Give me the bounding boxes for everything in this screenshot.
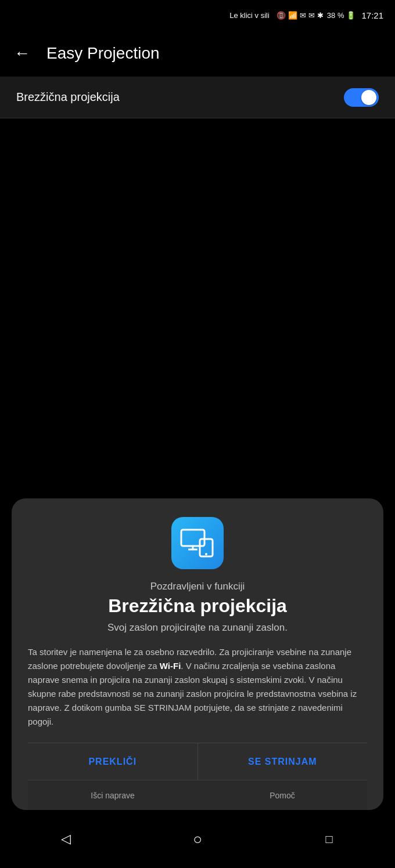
status-left-text: Le klici v sili bbox=[229, 11, 270, 20]
mail2-icon: ✉ bbox=[308, 11, 315, 20]
confirm-button[interactable]: SE STRINJAM bbox=[198, 743, 368, 780]
tab-help[interactable]: Pomoč bbox=[198, 780, 367, 810]
app-icon-wrap bbox=[28, 517, 367, 569]
toggle-knob bbox=[361, 90, 376, 105]
dialog-title: Brezžična projekcija bbox=[28, 596, 367, 616]
dialog-subtitle: Pozdravljeni v funkciji bbox=[28, 581, 367, 592]
wireless-projection-toggle[interactable] bbox=[344, 88, 379, 107]
nav-home-icon: ○ bbox=[193, 830, 202, 848]
nav-back-icon: ◁ bbox=[61, 831, 71, 847]
back-arrow-icon: ← bbox=[14, 45, 30, 62]
projection-icon-svg bbox=[180, 529, 215, 558]
nav-home-button[interactable]: ○ bbox=[180, 822, 215, 856]
back-button[interactable]: ← bbox=[9, 41, 35, 66]
wifi-icon: 📶 bbox=[288, 11, 297, 20]
svg-rect-0 bbox=[181, 530, 204, 546]
page-title: Easy Projection bbox=[46, 44, 386, 63]
bluetooth-icon: ✱ bbox=[317, 11, 324, 20]
cancel-button[interactable]: PREKLIČI bbox=[28, 743, 198, 780]
nav-recent-icon: □ bbox=[326, 833, 333, 846]
mail-icon: ✉ bbox=[300, 11, 306, 20]
status-bar: Le klici v sili 📵 📶 ✉ ✉ ✱ 38 % 🔋 17:21 bbox=[0, 0, 395, 30]
battery-text: 38 % bbox=[327, 11, 344, 20]
nav-recent-button[interactable]: □ bbox=[312, 822, 347, 856]
dialog: Pozdravljeni v funkciji Brezžična projek… bbox=[12, 498, 383, 810]
time-text: 17:21 bbox=[361, 10, 383, 20]
nav-bar: ◁ ○ □ bbox=[0, 810, 395, 868]
status-icons: Le klici v sili 📵 📶 ✉ ✉ ✱ 38 % 🔋 17:21 bbox=[229, 10, 383, 20]
svg-point-4 bbox=[205, 553, 207, 555]
dialog-buttons: PREKLIČI SE STRINJAM bbox=[28, 743, 367, 780]
wireless-projection-row: Brezžična projekcija bbox=[0, 77, 395, 118]
nav-back-button[interactable]: ◁ bbox=[48, 822, 83, 856]
battery-icon: 🔋 bbox=[346, 11, 356, 20]
phone-icon: 📵 bbox=[276, 11, 286, 20]
tab-search-devices[interactable]: Išci naprave bbox=[28, 780, 198, 810]
app-bar: ← Easy Projection bbox=[0, 30, 395, 77]
projection-app-icon bbox=[171, 517, 224, 569]
bottom-tab-peek: Išci naprave Pomoč bbox=[28, 780, 367, 810]
dialog-body: Ta storitev je namenjena le za osebno ra… bbox=[28, 645, 367, 729]
wifi-highlight: Wi-Fi bbox=[160, 661, 181, 671]
dialog-overlay: Pozdravljeni v funkciji Brezžična projek… bbox=[0, 498, 395, 810]
dialog-tagline: Svoj zaslon projicirajte na zunanji zasl… bbox=[28, 622, 367, 634]
black-area bbox=[0, 118, 395, 385]
wireless-projection-label: Brezžična projekcija bbox=[16, 91, 120, 104]
